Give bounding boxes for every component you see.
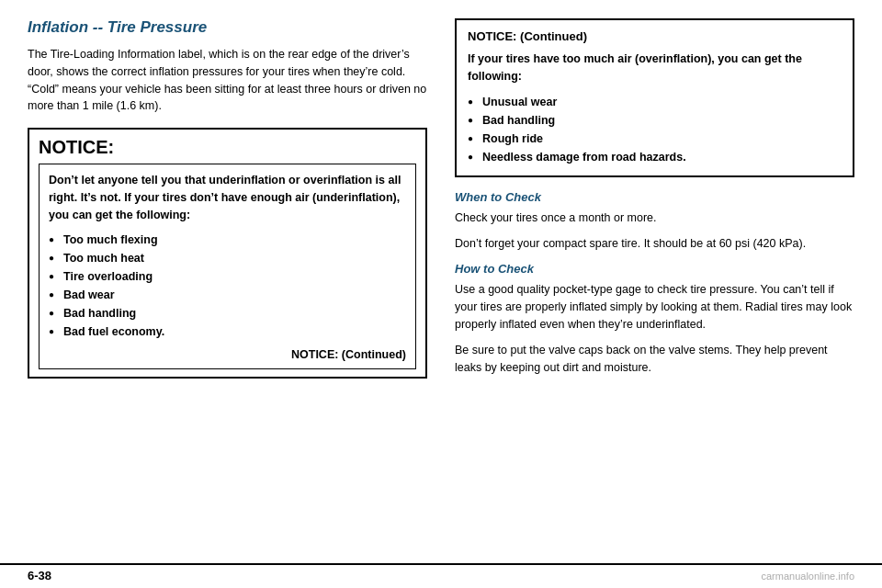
- notice-outer-box: NOTICE: Don’t let anyone tell you that u…: [28, 128, 427, 379]
- overinflation-bullet-list: Unusual wear Bad handling Rough ride Nee…: [468, 93, 842, 166]
- right-notice-intro: If your tires have too much air (overinf…: [468, 51, 842, 85]
- notice-inner-text: Don’t let anyone tell you that underinfl…: [49, 172, 406, 223]
- when-to-check-text1: Check your tires once a month or more.: [455, 209, 854, 227]
- how-to-check-text1: Use a good quality pocket-type gage to c…: [455, 281, 854, 333]
- footer: 6-38 carmanualonline.info: [0, 563, 882, 588]
- footer-page-number: 6-38: [28, 569, 51, 582]
- notice-inner-box: Don’t let anyone tell you that underinfl…: [39, 164, 416, 369]
- bullet-too-much-flexing: Too much flexing: [49, 231, 406, 249]
- how-to-check-heading: How to Check: [455, 262, 854, 276]
- bullet-needless-damage: Needless damage from road hazards.: [468, 148, 842, 166]
- right-notice-box: NOTICE: (Continued) If your tires have t…: [455, 18, 854, 177]
- page-container: Inflation -- Tire Pressure The Tire-Load…: [0, 0, 882, 588]
- page-title: Inflation -- Tire Pressure: [28, 18, 427, 37]
- notice-outer-title: NOTICE:: [39, 137, 416, 158]
- bullet-bad-handling-left: Bad handling: [49, 304, 406, 322]
- bullet-bad-fuel-economy: Bad fuel economy.: [49, 322, 406, 341]
- notice-continued-label: NOTICE: (Continued): [49, 348, 406, 361]
- when-to-check-text2: Don’t forget your compact spare tire. It…: [455, 235, 854, 253]
- when-to-check-heading: When to Check: [455, 190, 854, 204]
- underinflation-bullet-list: Too much flexing Too much heat Tire over…: [49, 231, 406, 341]
- bullet-rough-ride: Rough ride: [468, 130, 842, 148]
- bullet-bad-wear: Bad wear: [49, 286, 406, 304]
- bullet-too-much-heat: Too much heat: [49, 249, 406, 267]
- footer-logo: carmanualonline.info: [761, 571, 854, 582]
- how-to-check-text2: Be sure to put the valve caps back on th…: [455, 342, 854, 377]
- left-column: Inflation -- Tire Pressure The Tire-Load…: [28, 18, 427, 554]
- bullet-unusual-wear: Unusual wear: [468, 93, 842, 111]
- bullet-bad-handling-right: Bad handling: [468, 111, 842, 130]
- bullet-tire-overloading: Tire overloading: [49, 267, 406, 286]
- right-notice-header: NOTICE: (Continued): [468, 29, 842, 43]
- main-content: Inflation -- Tire Pressure The Tire-Load…: [0, 0, 882, 563]
- right-column: NOTICE: (Continued) If your tires have t…: [446, 18, 854, 554]
- intro-text: The Tire-Loading Information label, whic…: [28, 46, 427, 115]
